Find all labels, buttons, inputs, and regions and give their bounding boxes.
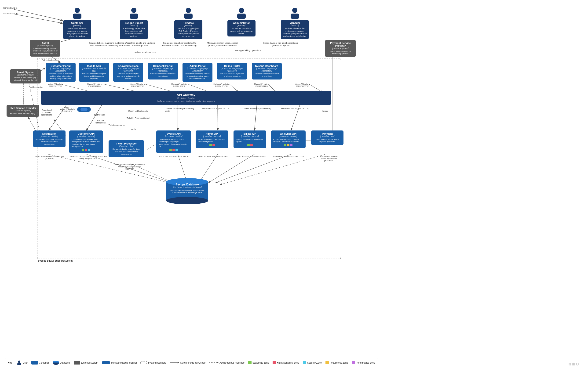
ticket-processor-box: Ticket Processor [Container: Job] Runs p… xyxy=(109,140,144,157)
legend-high-avail: High Availability Zone xyxy=(273,361,299,364)
invoice-label: Invoice xyxy=(318,110,332,112)
svg-line-3 xyxy=(14,14,63,23)
legend-msgqueue: Message queue channel xyxy=(102,361,137,364)
actor-customer: Customer [Person] An owner of electronic… xyxy=(63,7,91,39)
actor-manager: Manager [Person] An internal user of the… xyxy=(281,7,309,39)
customer-api-box: Customer API [Container: Service] • Cust… xyxy=(69,131,103,153)
mobile-app-box: Mobile App [Container: iOS or Android ap… xyxy=(79,63,109,82)
helpdesk-portal-box: Helpdesk Portal [Container: Single-page … xyxy=(148,63,178,80)
reads-billing-info: Reads billing info fromWrites payments t… xyxy=(311,155,346,161)
resolves-tickets-label: Resolves tickets and updates knowledge b… xyxy=(122,42,159,47)
sends-label-4: sends xyxy=(124,128,143,131)
makes-api-calls-4: Makes API calls to [REST/HTTP] xyxy=(243,108,272,110)
reads-notif: Reads notification preferences from [SQL… xyxy=(33,155,66,160)
svg-rect-50 xyxy=(17,363,21,365)
legend-security: Security Zone xyxy=(303,361,322,364)
msg-queue-1 xyxy=(77,107,91,112)
actor-helpdesk: Helpdesk [Person] First line of support … xyxy=(174,7,202,39)
helpdesk-user-icon xyxy=(182,7,194,19)
api-gateway-desc: Performs access control, security checks… xyxy=(45,100,327,102)
svg-rect-40 xyxy=(184,14,193,19)
reads-tickets: Reads tickets and expert profiles fromWr… xyxy=(108,164,151,170)
ticket-inprogress-label: Ticket In-Progress/Closed xyxy=(126,117,150,119)
scalability-zone-label: Scalability Zone xyxy=(252,362,269,364)
legend-async-label: Asynchronous message xyxy=(220,362,244,364)
admin-user-icon xyxy=(235,7,248,19)
customer-api-dots xyxy=(72,149,101,151)
billing-portal-box: Billing Portal [Container: Single-page A… xyxy=(217,63,247,80)
scalability-zone-badge xyxy=(248,361,252,364)
sysops-user-icon xyxy=(128,7,140,19)
sms-provider-box: SMS Service Provider [Software System] P… xyxy=(7,105,39,117)
admin-box: Administrator [Person] An internal user … xyxy=(227,20,255,37)
legend-msgqueue-label: Message queue channel xyxy=(111,362,137,364)
updates-kb-label: Updates knowledge base xyxy=(133,51,157,53)
helpdesk-box: Helpdesk [Person] First line of support … xyxy=(174,20,202,39)
svg-marker-57 xyxy=(217,362,219,363)
svg-point-49 xyxy=(18,361,20,363)
svg-point-47 xyxy=(166,197,208,204)
makes-api-calls-5: Makes API calls to [REST/HTTP] xyxy=(281,108,309,110)
keeps-track-label: Keeps track of the ticket operations, ge… xyxy=(260,42,302,47)
api-gateway-title: API Gateway xyxy=(45,93,327,97)
actor-sysops: Sysops Expert [Person] A technology expe… xyxy=(120,7,148,39)
legend-boundary-shape xyxy=(140,361,147,364)
system-boundary-label: Sysops Squad Support System xyxy=(38,260,73,262)
svg-rect-44 xyxy=(291,14,299,19)
creates-searches-label: Creates or searches tickets by the custo… xyxy=(161,42,199,47)
customer-notif-label: Customer Notifications xyxy=(91,119,109,124)
ticket-created-label: Ticket Created xyxy=(91,114,107,116)
payment-box: Payment [Container: Job] Runs monthly an… xyxy=(311,131,344,145)
sends-label-2: sends xyxy=(159,110,176,112)
email-system-box: E-mail System [Software System] Internal… xyxy=(10,69,41,83)
payment-provider-box: Payment Service Provider [Software Syste… xyxy=(325,40,356,57)
legend-user-label: User xyxy=(23,362,28,364)
legend: Key User Container Database External Sys… xyxy=(5,358,378,367)
manager-box: Manager [Person] An internal user of the… xyxy=(281,20,309,39)
billing-api-dots xyxy=(236,144,264,146)
legend-container: Container xyxy=(31,361,49,364)
legend-sync-arrow xyxy=(170,361,179,364)
sends-sms-label-1: Sends SMS to xyxy=(3,7,18,9)
high-avail-zone-badge xyxy=(273,361,276,364)
legend-title: Key xyxy=(8,362,12,364)
svg-rect-42 xyxy=(237,14,246,19)
reads-writes-sysops: Reads from and writes to [SQL/TCP] xyxy=(156,155,191,157)
makes-api-calls-rest: Makes API calls to [REST/HTTP] xyxy=(58,108,77,112)
admin-api-box: Admin API [Container: Service] • User ma… xyxy=(196,131,228,148)
legend-async-arrow xyxy=(209,361,219,364)
reads-customer: Reads and writes customer data, tickets … xyxy=(70,155,107,160)
sysops-api-box: Sysops API [Container: Service] • Ticket… xyxy=(156,131,191,153)
robustness-zone-label: Robustness Zone xyxy=(330,362,348,364)
legend-user: User xyxy=(17,360,28,365)
legend-msgqueue-shape xyxy=(102,361,110,364)
legend-async: Asynchronous message xyxy=(209,361,244,364)
robustness-zone-badge xyxy=(326,361,329,364)
sysops-database-container: Sysops Database [Container: Relational D… xyxy=(164,178,210,206)
actor-admin: Administrator [Person] An internal user … xyxy=(227,7,255,37)
svg-point-53 xyxy=(53,363,59,365)
analytics-api-dots xyxy=(273,144,303,146)
customer-box: Customer [Person] An owner of electronic… xyxy=(63,20,91,39)
expert-notif-label: Expert Notifications to xyxy=(126,110,150,112)
admin-api-dots xyxy=(198,144,226,146)
legend-external-rect xyxy=(74,361,80,364)
svg-marker-55 xyxy=(178,362,179,363)
svg-point-41 xyxy=(239,8,244,13)
high-avail-zone-label: High Availability Zone xyxy=(277,362,299,364)
reads-writes-admin: Reads from and writes to [SQL/TCP] xyxy=(196,155,231,157)
svg-line-2 xyxy=(14,9,63,20)
expert-notifications-label: Expert and Customer Notifications xyxy=(39,109,55,116)
manager-user-icon xyxy=(289,7,301,19)
legend-container-label: Container xyxy=(39,362,49,364)
admin-portal-box: Admin Portal [Container: Single-page App… xyxy=(182,63,212,82)
sends-sms-label-2: Sends SMS to xyxy=(3,12,18,15)
miro-logo: miro xyxy=(568,361,579,367)
api-gateway-subtitle: [Container: Service] xyxy=(45,97,327,99)
legend-database: Database xyxy=(53,361,70,365)
legend-boundary: System boundary xyxy=(140,361,166,364)
legend-user-icon xyxy=(17,360,22,365)
analytics-api-box: Analytics API [Container: Service] • Tic… xyxy=(271,131,305,148)
svg-point-35 xyxy=(75,8,80,13)
performance-zone-label: Performance Zone xyxy=(356,362,375,364)
